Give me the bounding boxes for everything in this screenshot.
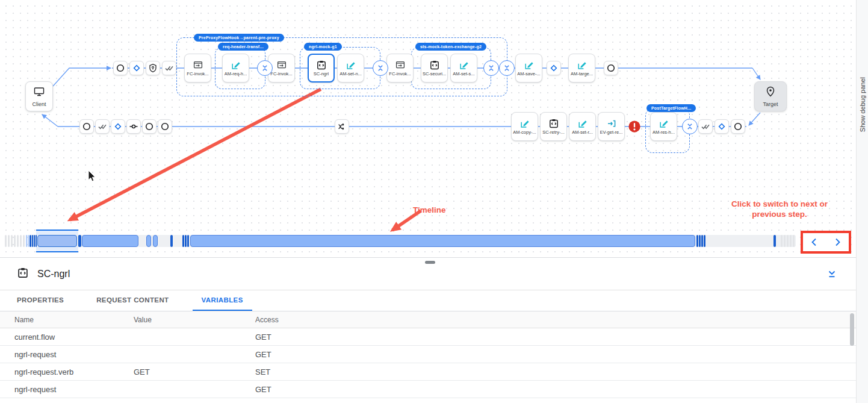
timeline-segment-tick[interactable] [23, 235, 25, 247]
client-node[interactable]: Client [25, 81, 53, 111]
timeline-segment-tick[interactable] [20, 235, 22, 247]
step-ev-get-re[interactable]: EV-get-re... [598, 112, 625, 141]
timeline-segment-lightblue[interactable] [26, 235, 27, 247]
step-fc-invoke-1[interactable]: FC-invok... [184, 54, 211, 83]
table-row: ngrl-requestGET [0, 346, 856, 363]
timeline-segment-dark[interactable] [187, 235, 189, 247]
tab-request-content[interactable]: REQUEST CONTENT [87, 290, 178, 311]
circle-icon[interactable] [158, 119, 172, 134]
diamond-icon[interactable] [111, 119, 125, 134]
previous-step-button[interactable] [803, 233, 826, 251]
timeline-segment-lightblue[interactable] [28, 235, 29, 247]
step-label: SC-securi... [423, 71, 446, 77]
step-am-set-s[interactable]: AM-set-s... [450, 54, 477, 83]
table-header-row: NameValueAccess [0, 311, 856, 328]
timeline-segment-dark[interactable] [696, 235, 698, 247]
circle-icon[interactable] [142, 119, 157, 134]
step-sc-retry[interactable]: SC-retry-... [540, 112, 567, 141]
diamond-icon[interactable] [547, 61, 561, 75]
column-header-name: Name [14, 316, 134, 324]
timeline-segment-bar[interactable] [153, 235, 158, 247]
unfold-less-icon[interactable] [373, 60, 388, 76]
unfold-less-icon[interactable] [257, 60, 273, 76]
timeline-segment-dark[interactable] [699, 235, 701, 247]
timeline-segment-bar[interactable] [190, 235, 695, 247]
timeline-segment-bar[interactable] [146, 235, 151, 247]
step-label: FC-invok... [389, 71, 411, 77]
service-callout-icon [429, 60, 440, 70]
timeline-segment-tick[interactable] [5, 235, 7, 247]
circle-icon[interactable] [79, 119, 94, 134]
timeline-segment-dark[interactable] [182, 235, 184, 247]
timeline-segment-dark[interactable] [78, 235, 81, 247]
target-node[interactable]: Target [754, 81, 787, 111]
tab-variables[interactable]: VARIABLES [193, 290, 252, 311]
double-check-icon[interactable] [95, 119, 110, 134]
step-am-set-r[interactable]: AM-set-r... [569, 112, 596, 141]
step-sc-ngrl[interactable]: SC-ngrl [308, 54, 335, 83]
step-am-res-h[interactable]: AM-res-h... [650, 112, 677, 141]
unfold-less-icon[interactable] [499, 60, 515, 76]
timeline-segment-bar[interactable] [82, 235, 138, 247]
error-icon[interactable] [627, 119, 642, 134]
timeline-segment-dark[interactable] [36, 235, 37, 247]
timeline-segment-selected[interactable] [37, 235, 77, 247]
timeline-segment-dark[interactable] [34, 235, 36, 247]
step-label: FC-invok... [270, 71, 292, 77]
double-check-icon[interactable] [162, 61, 176, 75]
circle-icon[interactable] [113, 61, 128, 75]
shield-icon[interactable] [146, 61, 160, 75]
show-debug-panel-button[interactable]: Show debug panel [859, 77, 866, 132]
timeline-segment-dark[interactable] [32, 235, 34, 247]
flow-callout-icon [276, 60, 287, 70]
unfold-less-icon[interactable] [682, 119, 698, 134]
unfold-less-icon[interactable] [483, 60, 499, 76]
tab-properties[interactable]: PROPERTIES [8, 290, 73, 311]
step-detail-panel: SC-ngrl PROPERTIESREQUEST CONTENTVARIABL… [0, 257, 856, 403]
timeline-segment-dark[interactable] [170, 235, 173, 247]
timeline-segment-dark[interactable] [701, 235, 703, 247]
service-callout-icon [17, 267, 29, 281]
timeline-segment-dark[interactable] [185, 235, 187, 247]
collapse-panel-icon[interactable] [827, 269, 837, 281]
node-icon[interactable] [126, 119, 141, 134]
step-am-save[interactable]: AM-save-... [515, 54, 542, 83]
timeline-segment-tick[interactable] [781, 235, 783, 247]
timeline-segment-dark[interactable] [704, 235, 705, 247]
table-row: ngrl-request.verbGETSET [0, 363, 856, 381]
step-am-set-n[interactable]: AM-set-n... [337, 54, 364, 83]
double-check-icon[interactable] [698, 119, 713, 134]
step-label: SC-ngrl [314, 71, 329, 77]
step-fc-invoke-3[interactable]: FC-invok... [386, 54, 414, 83]
diamond-icon[interactable] [129, 61, 144, 75]
timeline-segment-tick[interactable] [11, 235, 13, 247]
timeline-segment-tick[interactable] [790, 235, 792, 247]
group-pill-ngrl-mock: ngrl-mock-g1 [304, 43, 342, 51]
timeline-segment-tick[interactable] [8, 235, 10, 247]
step-am-copy[interactable]: AM-copy-... [511, 112, 538, 141]
circle-icon[interactable] [604, 61, 618, 75]
mouse-cursor [88, 170, 97, 183]
timeline-segment-tick[interactable] [784, 235, 786, 247]
step-nav-highlight-box [801, 231, 851, 254]
timeline-segment-tick[interactable] [17, 235, 19, 247]
step-am-req-h[interactable]: AM-req-h... [222, 54, 249, 83]
group-pill-req-header: req-header-transf... [218, 43, 268, 51]
step-label: AM-set-n... [339, 71, 362, 77]
step-sc-securi[interactable]: SC-securi... [421, 54, 448, 83]
circle-icon[interactable] [731, 119, 745, 134]
switch-icon[interactable] [335, 119, 349, 134]
timeline-segment-dark[interactable] [773, 235, 776, 247]
timeline-segment-tick[interactable] [793, 235, 795, 247]
diamond-icon[interactable] [715, 119, 729, 134]
cell-access: GET [255, 333, 856, 342]
step-am-targe[interactable]: AM-targe... [568, 54, 595, 83]
table-scrollbar[interactable] [850, 313, 854, 346]
next-step-button[interactable] [826, 233, 849, 251]
edit-icon [346, 60, 356, 70]
timeline-segment-dark[interactable] [29, 235, 31, 247]
timeline-segment-tick[interactable] [14, 235, 16, 247]
panel-title: SC-ngrl [37, 269, 70, 280]
panel-tabs: PROPERTIESREQUEST CONTENTVARIABLES [0, 290, 856, 311]
timeline-segment-tick[interactable] [787, 235, 789, 247]
